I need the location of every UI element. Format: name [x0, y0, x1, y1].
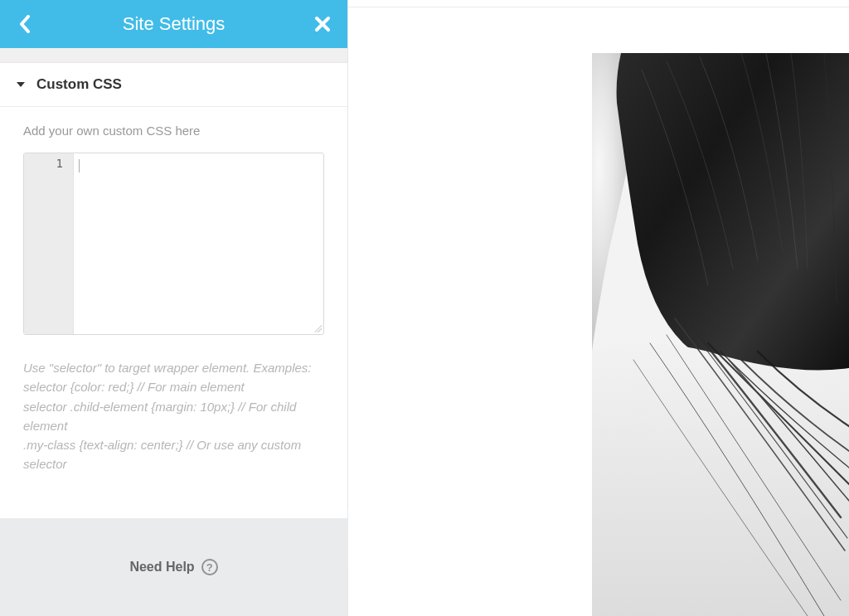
back-button[interactable]	[15, 14, 35, 34]
close-icon	[314, 16, 331, 32]
sidebar-header: Site Settings	[0, 0, 347, 48]
code-area[interactable]	[74, 153, 323, 334]
custom-css-editor[interactable]: 1	[23, 153, 324, 335]
spacer-bar	[0, 48, 347, 63]
preview-canvas	[348, 0, 849, 616]
line-number: 1	[24, 157, 63, 170]
text-cursor	[79, 159, 80, 172]
chevron-left-icon	[19, 15, 31, 33]
custom-css-section-header[interactable]: Custom CSS	[0, 63, 347, 107]
section-title: Custom CSS	[36, 76, 122, 93]
helper-text: Add your own custom CSS here	[23, 124, 324, 138]
help-footer[interactable]: Need Help ?	[0, 518, 347, 616]
help-label: Need Help	[129, 560, 194, 575]
resize-handle[interactable]	[312, 323, 322, 332]
line-gutter: 1	[24, 153, 74, 334]
close-button[interactable]	[313, 14, 332, 34]
preview-divider	[348, 7, 849, 7]
help-icon: ?	[201, 559, 218, 575]
caret-down-icon	[17, 82, 25, 87]
custom-css-section-body: Add your own custom CSS here 1 Use "sele…	[0, 107, 347, 496]
preview-image	[592, 53, 849, 616]
hint-text: Use "selector" to target wrapper element…	[23, 358, 324, 474]
panel-title: Site Settings	[35, 13, 313, 35]
settings-sidebar: Site Settings Custom CSS Add your own cu…	[0, 0, 348, 616]
